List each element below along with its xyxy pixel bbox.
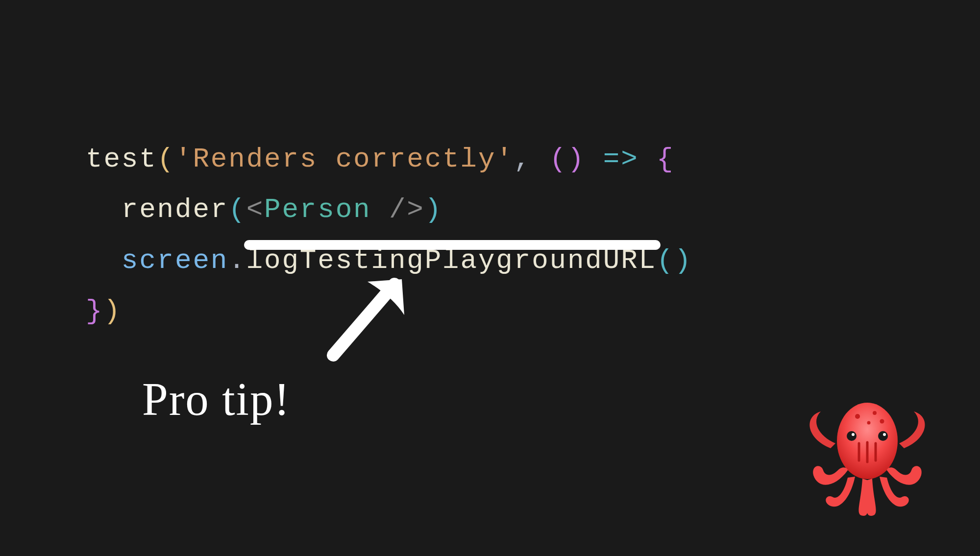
paren-open: (	[228, 194, 246, 225]
arg-paren-open: (	[550, 144, 567, 175]
svg-point-6	[867, 421, 871, 425]
svg-point-5	[873, 411, 877, 415]
code-tip-slide: test('Renders correctly', () => { render…	[0, 0, 980, 556]
octopus-icon	[801, 389, 933, 522]
jsx-lt: <	[246, 194, 264, 225]
annotation-protip: Pro tip!	[142, 372, 291, 426]
jsx-slash: /	[389, 194, 407, 225]
indent	[86, 245, 122, 276]
paren-open: (	[657, 245, 674, 276]
jsx-gt: >	[407, 194, 424, 225]
space	[371, 194, 389, 225]
svg-point-4	[855, 414, 860, 419]
paren-close: )	[103, 295, 121, 327]
paren-close: )	[674, 245, 692, 276]
arg-paren-close: )	[567, 144, 585, 175]
space	[532, 144, 549, 175]
highlight-underline	[244, 240, 661, 250]
svg-point-0	[837, 403, 898, 479]
svg-point-10	[878, 431, 888, 441]
fn-render: render	[122, 194, 228, 225]
paren-open: (	[157, 144, 175, 175]
jsx-component: Person	[264, 194, 371, 225]
indent	[86, 194, 122, 225]
obj-screen: screen	[122, 245, 228, 276]
string-literal: 'Renders correctly'	[175, 144, 514, 175]
fn-test: test	[86, 144, 157, 175]
brace-close: }	[86, 295, 103, 327]
arrow-icon	[309, 277, 416, 365]
svg-point-8	[847, 431, 857, 441]
arrow: =>	[585, 144, 657, 175]
svg-point-9	[852, 433, 855, 436]
paren-close: )	[425, 194, 442, 225]
dot: .	[228, 245, 246, 276]
svg-point-7	[880, 419, 884, 424]
brace-open: {	[657, 144, 674, 175]
svg-point-11	[883, 433, 886, 436]
comma: ,	[514, 144, 532, 175]
